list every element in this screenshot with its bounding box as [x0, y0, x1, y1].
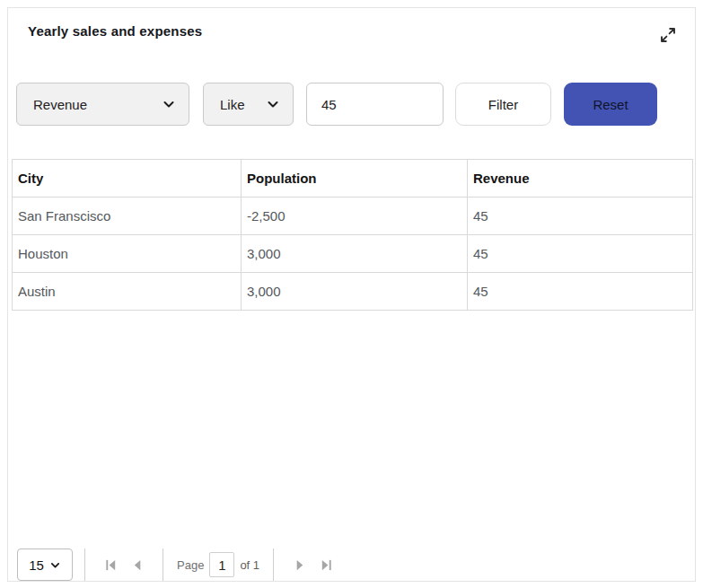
first-page-button[interactable] — [99, 553, 122, 576]
page-size-value: 15 — [29, 557, 44, 573]
column-select-value: Revenue — [33, 97, 162, 112]
cell-revenue: 45 — [468, 197, 693, 235]
cell-population: 3,000 — [242, 235, 468, 273]
chevron-down-icon — [266, 97, 280, 111]
cell-revenue: 45 — [468, 235, 693, 273]
cell-city: San Franscisco — [13, 197, 242, 235]
page-number-input[interactable] — [209, 552, 234, 577]
divider — [273, 549, 274, 581]
previous-page-icon — [131, 558, 145, 572]
column-header-city: City — [13, 160, 242, 197]
last-page-button[interactable] — [314, 553, 338, 576]
column-header-population: Population — [242, 160, 468, 197]
reset-button[interactable]: Reset — [564, 83, 657, 126]
table-row: San Franscisco -2,500 45 — [13, 197, 693, 235]
operator-select-value: Like — [220, 97, 266, 112]
cell-revenue: 45 — [468, 273, 693, 311]
operator-select[interactable]: Like — [203, 83, 294, 126]
table-row: Houston 3,000 45 — [13, 235, 693, 273]
yearly-sales-panel: Yearly sales and expenses Revenue Like — [7, 7, 696, 582]
chevron-down-icon — [162, 97, 176, 111]
cell-city: Houston — [13, 235, 242, 273]
first-page-icon — [104, 558, 118, 572]
expand-button[interactable] — [657, 24, 679, 46]
page-label: Page — [177, 558, 204, 572]
divider — [84, 549, 85, 581]
next-page-button[interactable] — [287, 553, 311, 576]
cell-city: Austin — [13, 273, 242, 311]
last-page-icon — [320, 558, 333, 572]
total-pages-label: of 1 — [240, 558, 259, 572]
next-page-icon — [293, 558, 306, 572]
divider — [163, 549, 163, 581]
previous-page-button[interactable] — [126, 553, 149, 576]
cell-population: -2,500 — [242, 197, 468, 235]
filter-button[interactable]: Filter — [455, 83, 551, 126]
filter-toolbar: Revenue Like Filter Reset — [8, 83, 695, 126]
chevron-down-icon — [49, 559, 61, 571]
cell-population: 3,000 — [242, 273, 468, 311]
column-select[interactable]: Revenue — [16, 83, 189, 126]
page-title: Yearly sales and expenses — [28, 23, 202, 39]
page-size-select[interactable]: 15 — [17, 549, 73, 581]
pagination-bar: 15 Page — [17, 548, 339, 582]
column-header-revenue: Revenue — [468, 160, 693, 197]
expand-icon — [659, 26, 677, 44]
table-row: Austin 3,000 45 — [13, 273, 693, 311]
table-header-row: City Population Revenue — [13, 160, 693, 197]
data-table: City Population Revenue San Franscisco -… — [12, 159, 693, 311]
filter-value-input[interactable] — [306, 83, 444, 126]
